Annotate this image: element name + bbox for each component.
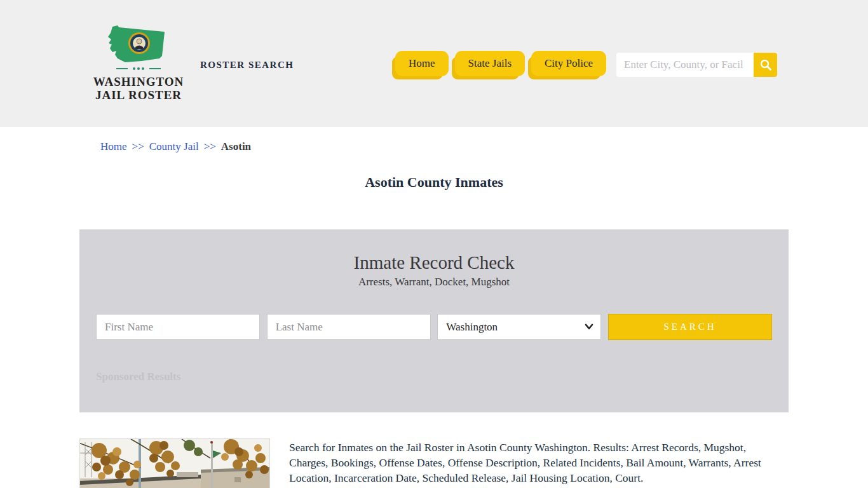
breadcrumb-separator: >> — [132, 140, 144, 152]
page: WASHINGTON JAIL ROSTER ROSTER SEARCH Hom… — [0, 0, 868, 488]
nav-city-police-button[interactable]: City Police — [531, 51, 606, 76]
washington-state-logo-icon — [104, 25, 173, 75]
panel-subtitle: Arrests, Warrant, Docket, Mugshot — [79, 276, 789, 288]
facility-search-input[interactable] — [616, 53, 754, 77]
nav-state-jails-button[interactable]: State Jails — [455, 51, 525, 76]
site-logo[interactable]: WASHINGTON JAIL ROSTER — [88, 25, 189, 104]
record-search-button[interactable]: SEARCH — [608, 314, 772, 340]
about-section: Search for Inmates on the Jail Roster in… — [79, 438, 789, 488]
jail-building-photo — [79, 438, 270, 488]
site-label: ROSTER SEARCH — [200, 60, 294, 71]
sponsored-results-label: Sponsored Results — [96, 370, 180, 383]
logo-text-line2: JAIL ROSTER — [88, 88, 189, 102]
facility-search-button[interactable] — [754, 53, 777, 77]
page-title: Asotin County Inmates — [0, 174, 868, 191]
breadcrumb: Home>>County Jail>>Asotin — [100, 140, 251, 153]
breadcrumb-home-link[interactable]: Home — [100, 140, 127, 152]
state-select-wrap: Washington — [437, 314, 601, 340]
state-select[interactable]: Washington — [437, 314, 601, 340]
jail-photo-image — [80, 439, 270, 488]
record-check-form: Washington SEARCH — [96, 314, 772, 340]
logo-text-line1: WASHINGTON — [88, 75, 189, 88]
breadcrumb-county-jail-link[interactable]: County Jail — [149, 140, 199, 152]
header: WASHINGTON JAIL ROSTER ROSTER SEARCH Hom… — [0, 0, 868, 127]
about-text: Search for Inmates on the Jail Roster in… — [289, 440, 776, 488]
panel-title: Inmate Record Check — [79, 252, 789, 273]
breadcrumb-separator: >> — [204, 140, 216, 152]
breadcrumb-current: Asotin — [221, 140, 251, 152]
nav-home-button[interactable]: Home — [395, 51, 449, 76]
header-search — [616, 53, 777, 77]
main-nav: Home State Jails City Police — [395, 51, 606, 76]
first-name-input[interactable] — [96, 314, 260, 340]
inmate-record-check-panel: Inmate Record Check Arrests, Warrant, Do… — [79, 229, 789, 412]
last-name-input[interactable] — [267, 314, 431, 340]
search-icon — [759, 58, 772, 71]
